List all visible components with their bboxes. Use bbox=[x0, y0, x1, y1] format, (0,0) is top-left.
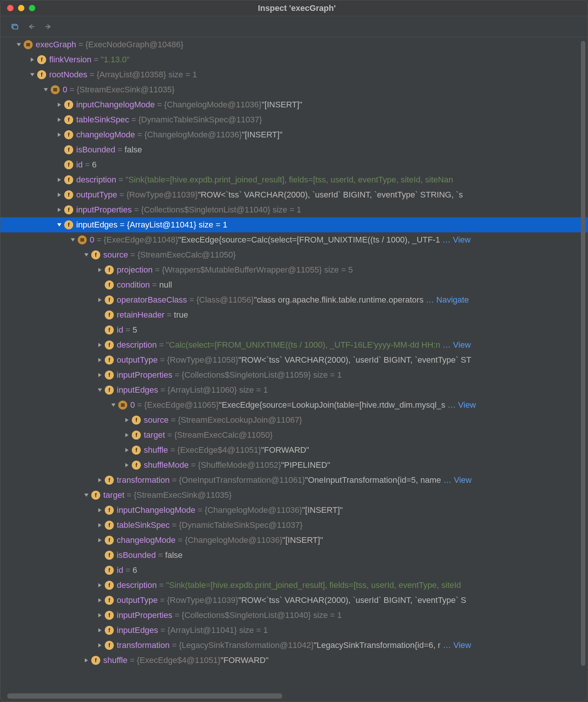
size-hint: size = 1 bbox=[239, 625, 268, 635]
tree-row[interactable]: fsource={StreamExecCalc@11050} bbox=[0, 247, 588, 262]
forward-icon[interactable] bbox=[42, 21, 54, 32]
chevron-down-icon[interactable] bbox=[54, 222, 64, 227]
view-link[interactable]: … View bbox=[442, 235, 470, 245]
view-link[interactable]: … View bbox=[442, 340, 470, 350]
horizontal-scrollbar[interactable] bbox=[7, 693, 581, 699]
tree-row[interactable]: fshuffleMode={ShuffleMode@11052} "PIPELI… bbox=[0, 458, 588, 473]
chevron-right-icon[interactable] bbox=[95, 357, 105, 363]
field-icon: f bbox=[64, 175, 73, 184]
tree-row[interactable]: fretainHeader=true bbox=[0, 307, 588, 322]
chevron-right-icon[interactable] bbox=[95, 613, 105, 618]
tree-row[interactable]: fchangelogMode={ChangelogMode@11036} "[I… bbox=[0, 127, 588, 142]
tree-row[interactable]: ftransformation={LegacySinkTransformatio… bbox=[0, 638, 588, 653]
tree-row[interactable]: ftableSinkSpec={DynamicTableSinkSpec@110… bbox=[0, 518, 588, 533]
chevron-right-icon[interactable] bbox=[95, 538, 105, 543]
tree-row[interactable]: foutputType={RowType@11058} "ROW<`tss` V… bbox=[0, 353, 588, 368]
chevron-down-icon[interactable] bbox=[27, 72, 37, 77]
variable-tree[interactable]: execGraph={ExecNodeGraph@10486}fflinkVer… bbox=[0, 37, 588, 702]
tree-row[interactable]: fisBounded=false bbox=[0, 142, 588, 157]
tree-row[interactable]: ftableSinkSpec={DynamicTableSinkSpec@110… bbox=[0, 112, 588, 127]
view-link[interactable]: … View bbox=[448, 400, 476, 410]
chevron-right-icon[interactable] bbox=[95, 598, 105, 603]
tree-row[interactable]: 0={ExecEdge@11065} "ExecEdge{source=Look… bbox=[0, 398, 588, 413]
tree-row[interactable]: execGraph={ExecNodeGraph@10486} bbox=[0, 37, 588, 52]
view-link[interactable]: … Navigate bbox=[426, 295, 469, 305]
chevron-right-icon[interactable] bbox=[95, 523, 105, 528]
field-name: condition bbox=[117, 280, 150, 290]
tree-row[interactable]: finputProperties={Collections$SingletonL… bbox=[0, 202, 588, 217]
minimize-icon[interactable] bbox=[18, 5, 24, 11]
tree-row[interactable]: fid=5 bbox=[0, 322, 588, 337]
tree-row[interactable]: fcondition=null bbox=[0, 277, 588, 292]
tree-row[interactable]: finputProperties={Collections$SingletonL… bbox=[0, 608, 588, 623]
chevron-right-icon[interactable] bbox=[122, 447, 132, 453]
tree-row[interactable]: fshuffle={ExecEdge$4@11051} "FORWARD" bbox=[0, 653, 588, 668]
chevron-right-icon[interactable] bbox=[95, 628, 105, 633]
tree-row[interactable]: 0={ExecEdge@11048} "ExecEdge{source=Calc… bbox=[0, 232, 588, 247]
tree-row[interactable]: foperatorBaseClass={Class@11056} "class … bbox=[0, 292, 588, 307]
tree-row[interactable]: foutputType={RowType@11039} "ROW<`tss` V… bbox=[0, 593, 588, 608]
chevron-right-icon[interactable] bbox=[95, 508, 105, 513]
tree-row[interactable]: fdescription="Sink(table=[hive.expdb.pri… bbox=[0, 172, 588, 187]
chevron-down-icon[interactable] bbox=[109, 402, 118, 408]
chevron-right-icon[interactable] bbox=[95, 267, 105, 273]
tree-row[interactable]: ftarget={StreamExecCalc@11050} bbox=[0, 428, 588, 443]
tree-row[interactable]: ftarget={StreamExecSink@11035} bbox=[0, 488, 588, 503]
tree-row[interactable]: fprojection={Wrappers$MutableBufferWrapp… bbox=[0, 262, 588, 277]
tree-row[interactable]: foutputType={RowType@11039} "ROW<`tss` V… bbox=[0, 187, 588, 202]
tree-row[interactable]: finputEdges={ArrayList@11041} size = 1 bbox=[0, 623, 588, 638]
equals-sign: = bbox=[130, 655, 134, 665]
chevron-right-icon[interactable] bbox=[95, 342, 105, 348]
maximize-icon[interactable] bbox=[29, 5, 35, 11]
tree-row[interactable]: fshuffle={ExecEdge$4@11051} "FORWARD" bbox=[0, 443, 588, 458]
vertical-scrollbar[interactable] bbox=[581, 41, 585, 692]
tree-row[interactable]: ftransformation={OneInputTransformation@… bbox=[0, 473, 588, 488]
tree-row[interactable]: fdescription="Calc(select=[FROM_UNIXTIME… bbox=[0, 337, 588, 353]
close-icon[interactable] bbox=[7, 5, 14, 11]
chevron-down-icon[interactable] bbox=[41, 87, 51, 92]
chevron-right-icon[interactable] bbox=[54, 177, 64, 182]
chevron-down-icon[interactable] bbox=[95, 387, 105, 393]
tree-row[interactable]: fchangelogMode={ChangelogMode@11036} "[I… bbox=[0, 533, 588, 548]
tree-row[interactable]: fsource={StreamExecLookupJoin@11067} bbox=[0, 413, 588, 428]
chevron-right-icon[interactable] bbox=[122, 432, 132, 438]
tree-row[interactable]: fid=6 bbox=[0, 157, 588, 172]
chevron-right-icon[interactable] bbox=[122, 417, 132, 423]
tree-row[interactable]: finputEdges={ArrayList@11041} size = 1 bbox=[0, 217, 588, 232]
tree-row[interactable]: finputEdges={ArrayList@11060} size = 1 bbox=[0, 383, 588, 398]
chevron-right-icon[interactable] bbox=[54, 132, 64, 137]
chevron-down-icon[interactable] bbox=[68, 237, 78, 243]
chevron-right-icon[interactable] bbox=[54, 117, 64, 122]
field-icon: f bbox=[91, 491, 100, 500]
view-link[interactable]: … View bbox=[443, 475, 472, 485]
view-link[interactable]: … View bbox=[443, 640, 471, 650]
tree-row[interactable]: frootNodes={ArrayList@10358} size = 1 bbox=[0, 67, 588, 82]
chevron-down-icon[interactable] bbox=[14, 42, 24, 47]
tree-row[interactable]: 0={StreamExecSink@11035} bbox=[0, 82, 588, 97]
tree-row[interactable]: finputChangelogMode={ChangelogMode@11036… bbox=[0, 503, 588, 518]
new-watch-icon[interactable] bbox=[9, 21, 21, 32]
tree-row[interactable]: fisBounded=false bbox=[0, 548, 588, 563]
tree-row[interactable]: fdescription="Sink(table=[hive.expdb.pri… bbox=[0, 578, 588, 593]
chevron-right-icon[interactable] bbox=[122, 462, 132, 468]
tree-row[interactable]: finputProperties={Collections$SingletonL… bbox=[0, 368, 588, 383]
tree-row[interactable]: fflinkVersion="1.13.0" bbox=[0, 52, 588, 67]
chevron-right-icon[interactable] bbox=[95, 372, 105, 378]
field-icon: f bbox=[64, 130, 73, 139]
field-value: "FORWARD" bbox=[220, 655, 268, 665]
chevron-down-icon[interactable] bbox=[81, 252, 91, 258]
chevron-right-icon[interactable] bbox=[95, 643, 105, 648]
chevron-right-icon[interactable] bbox=[54, 207, 64, 212]
chevron-right-icon[interactable] bbox=[54, 192, 64, 197]
chevron-right-icon[interactable] bbox=[54, 102, 64, 107]
chevron-right-icon[interactable] bbox=[95, 478, 105, 483]
titlebar[interactable]: Inspect 'execGraph' bbox=[0, 0, 588, 16]
chevron-right-icon[interactable] bbox=[95, 583, 105, 588]
chevron-right-icon[interactable] bbox=[95, 297, 105, 303]
tree-row[interactable]: fid=6 bbox=[0, 563, 588, 578]
tree-row[interactable]: finputChangelogMode={ChangelogMode@11036… bbox=[0, 97, 588, 112]
chevron-right-icon[interactable] bbox=[81, 658, 91, 663]
back-icon[interactable] bbox=[26, 21, 37, 32]
chevron-down-icon[interactable] bbox=[81, 493, 91, 498]
chevron-right-icon[interactable] bbox=[27, 57, 37, 62]
